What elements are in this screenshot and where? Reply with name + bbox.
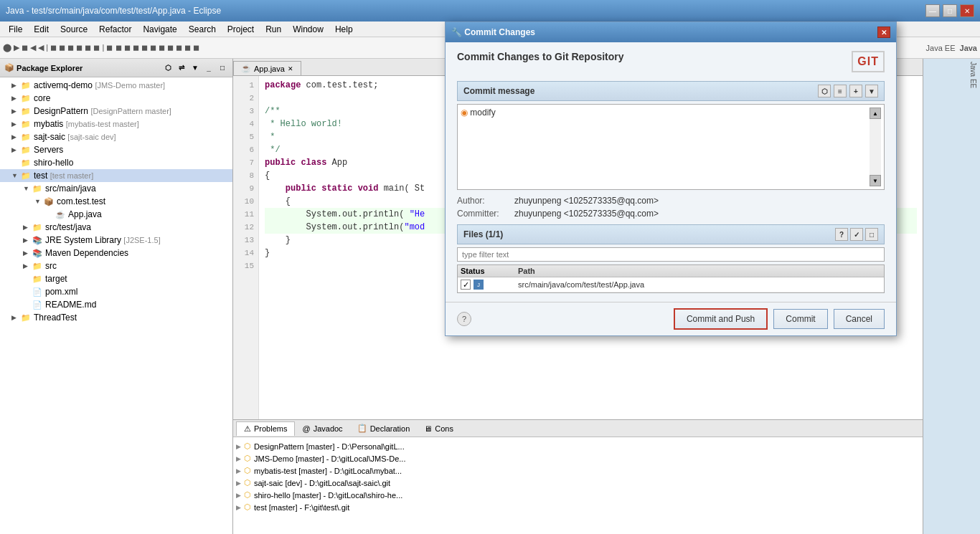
line-number: 6 [237, 143, 254, 156]
format-icon[interactable]: ⬡ [818, 85, 831, 97]
line-numbers: 1 2 3 4 5 6 7 8 9 10 11 12 13 14 15 [233, 76, 259, 419]
collapse-all-icon[interactable]: ⬡ [162, 62, 174, 74]
javadoc-icon: @ [302, 424, 310, 433]
bottom-item-designpattern[interactable]: ▶ ⬡ DesignPattern [master] - D:\Personal… [236, 440, 920, 452]
bottom-item-jmsdemo[interactable]: ▶ ⬡ JMS-Demo [master] - D:\gitLocal\JMS-… [236, 452, 920, 464]
menu-source[interactable]: Source [55, 23, 93, 36]
tab-close-icon[interactable]: ✕ [288, 65, 293, 72]
menu-edit[interactable]: Edit [28, 23, 55, 36]
tree-item-activemq[interactable]: ▶ 📁 activemq-demo [JMS-Demo master] [0, 79, 232, 92]
tree-item-target[interactable]: 📁 target [0, 272, 232, 285]
tab-problems-label: Problems [254, 424, 287, 433]
scroll-down-button[interactable]: ▼ [870, 175, 881, 186]
author-value: zhuyunpeng <1025273335@qq.com> [514, 196, 885, 206]
link-editor-icon[interactable]: ⇌ [176, 62, 187, 74]
tree-item-designpattern[interactable]: ▶ 📁 DesignPattern [DesignPattern master] [0, 105, 232, 118]
commit-message-area[interactable]: ◉ modify ▲ ▼ [457, 104, 885, 190]
line-number: 1 [237, 79, 254, 92]
bottom-item-test[interactable]: ▶ ⬡ test [master] - F:\git\test\.git [236, 501, 920, 513]
bottom-item-mybatis[interactable]: ▶ ⬡ mybatis-test [master] - D:\gitLocal\… [236, 464, 920, 477]
file-checkbox[interactable]: ✓ [461, 280, 471, 290]
tree-item-mavendeps[interactable]: ▶ 📚 Maven Dependencies [0, 247, 232, 259]
commit-message-label: Commit message [463, 86, 534, 96]
dialog-close-button[interactable]: ✕ [877, 27, 890, 38]
scroll-up-button[interactable]: ▲ [870, 108, 881, 119]
spell-icon[interactable]: ≡ [834, 85, 847, 97]
minimize-button[interactable]: — [925, 4, 940, 17]
menu-refactor[interactable]: Refactor [93, 23, 137, 36]
tree-item-sajtsaic[interactable]: ▶ 📁 sajt-saic [sajt-saic dev] [0, 130, 232, 143]
files-table-header: Status Path [458, 265, 884, 277]
bottom-item-sajtsaic[interactable]: ▶ ⬡ sajt-saic [dev] - D:\gitLocal\sajt-s… [236, 477, 920, 489]
menu-project[interactable]: Project [222, 23, 260, 36]
bottom-item-shirohello[interactable]: ▶ ⬡ shiro-hello [master] - D:\gitLocal\s… [236, 489, 920, 501]
tab-problems[interactable]: ⚠ Problems [236, 421, 295, 436]
commit-and-push-button[interactable]: Commit and Push [674, 308, 768, 330]
tree-item-test[interactable]: ▼ 📁 test [test master] [0, 169, 232, 182]
tree-item-appjava[interactable]: ☕ App.java [0, 208, 232, 221]
minimize-panel-icon[interactable]: _ [203, 62, 215, 74]
menu-run[interactable]: Run [260, 23, 287, 36]
tree-item-shiro[interactable]: 📁 shiro-hello [0, 156, 232, 169]
folder-icon: 📁 [32, 260, 43, 272]
committer-row: Committer: zhuyunpeng <1025273335@qq.com… [457, 209, 885, 219]
line-number: 7 [237, 156, 254, 169]
view-menu-icon[interactable]: ▼ [189, 62, 201, 74]
commit-message-scrollbar[interactable]: ▲ ▼ [870, 108, 881, 186]
item-label: JMS-Demo [master] - D:\gitLocal\JMS-De..… [254, 454, 406, 463]
tree-item-srctestjava[interactable]: ▶ 📁 src/test/java [0, 221, 232, 234]
bottom-tabs: ⚠ Problems @ Javadoc 📋 Declaration 🖥 Con… [233, 420, 923, 437]
tab-appjava[interactable]: ☕ App.java ✕ [233, 61, 301, 75]
menu-search[interactable]: Search [183, 23, 222, 36]
tree-item-srcmainjava[interactable]: ▼ 📁 src/main/java [0, 182, 232, 195]
line-number: 8 [237, 169, 254, 182]
files-table: Status Path ✓ J src/main/java/com/test/t… [457, 264, 885, 293]
tree-label: ThreadTest [34, 313, 77, 323]
folder-icon: 📁 [20, 118, 32, 130]
commit-message-text[interactable]: ◉ modify [461, 108, 870, 186]
tab-declaration[interactable]: 📋 Declaration [350, 421, 418, 435]
tree-item-readme[interactable]: 📄 README.md [0, 298, 232, 311]
dropdown-icon[interactable]: ▼ [865, 85, 878, 97]
check-all-icon[interactable]: ✓ [850, 228, 863, 241]
maximize-button[interactable]: □ [943, 4, 957, 17]
menu-window[interactable]: Window [287, 23, 329, 36]
orange-dot: ◉ [461, 108, 468, 118]
help-files-icon[interactable]: ? [835, 228, 848, 241]
tree-item-jrelib[interactable]: ▶ 📚 JRE System Library [J2SE-1.5] [0, 234, 232, 247]
tree-item-threadtest[interactable]: ▶ 📁 ThreadTest [0, 311, 232, 324]
menu-help[interactable]: Help [329, 23, 359, 36]
help-icon[interactable]: ? [457, 312, 471, 326]
tree-item-src[interactable]: ▶ 📁 src [0, 259, 232, 272]
expand-icon: ▶ [23, 237, 32, 244]
expand-icon: ▶ [11, 82, 20, 89]
uncheck-all-icon[interactable]: □ [865, 228, 878, 241]
add-icon[interactable]: + [849, 85, 862, 97]
filter-input[interactable] [457, 247, 885, 262]
menu-file[interactable]: File [3, 23, 28, 36]
committer-value: zhuyunpeng <1025273335@qq.com> [514, 209, 885, 219]
warning-icon: ⬡ [244, 478, 251, 487]
item-label: test [master] - F:\git\test\.git [254, 503, 349, 512]
declaration-icon: 📋 [357, 424, 367, 433]
maximize-panel-icon[interactable]: □ [217, 62, 228, 74]
tree-item-core[interactable]: ▶ 📁 core [0, 92, 232, 105]
table-row[interactable]: ✓ J src/main/java/com/test/test/App.java [458, 277, 884, 292]
tree-item-mybatis[interactable]: ▶ 📁 mybatis [mybatis-test master] [0, 118, 232, 130]
tree-item-servers[interactable]: ▶ 📁 Servers [0, 143, 232, 156]
library-icon: 📚 [32, 247, 43, 259]
folder-icon: 📁 [20, 80, 32, 91]
window-title: Java - test/src/main/java/com/test/test/… [6, 6, 925, 16]
cancel-button[interactable]: Cancel [834, 309, 885, 329]
tab-console[interactable]: 🖥 Cons [417, 422, 461, 435]
tree-item-comtesttest[interactable]: ▼ 📦 com.test.test [0, 195, 232, 208]
tab-javadoc[interactable]: @ Javadoc [295, 422, 349, 435]
tree-item-pomxml[interactable]: 📄 pom.xml [0, 285, 232, 298]
close-button[interactable]: ✕ [960, 4, 974, 17]
files-section: Files (1/1) ? ✓ □ Status Path ✓ J [457, 224, 885, 293]
line-number: 10 [237, 195, 254, 208]
commit-button[interactable]: Commit [773, 309, 827, 329]
toolbar-icons: ⬤ ▶ ◼ ◀ ◀ | ◼ ◼ ◼ ◼ ◼ ◼ | ◼ ◼ ◼ ◼ ◼ ◼ ◼ … [3, 43, 199, 52]
menu-navigate[interactable]: Navigate [137, 23, 182, 36]
folder-icon: 📁 [20, 92, 32, 104]
